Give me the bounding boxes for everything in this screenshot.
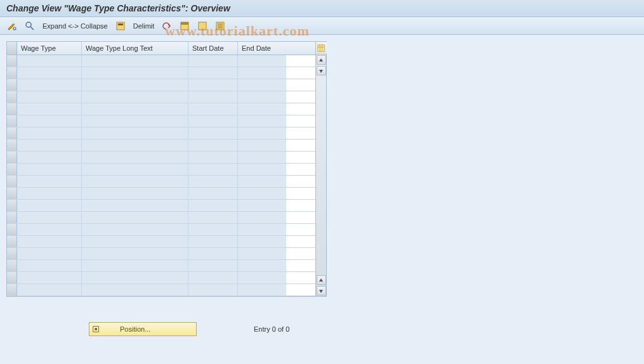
position-button[interactable]: Position... xyxy=(89,322,197,336)
cell-wage-type[interactable] xyxy=(17,164,82,175)
cell-start-date[interactable] xyxy=(188,115,238,127)
cell-start-date[interactable] xyxy=(188,188,238,199)
cell-start-date[interactable] xyxy=(188,79,238,91)
cell-wage-type-long-text[interactable] xyxy=(82,188,188,199)
cell-start-date[interactable] xyxy=(188,236,238,247)
cell-wage-type[interactable] xyxy=(17,79,82,91)
cell-wage-type[interactable] xyxy=(17,260,82,271)
cell-wage-type-long-text[interactable] xyxy=(82,260,188,271)
cell-wage-type-long-text[interactable] xyxy=(82,236,188,247)
configure-button[interactable] xyxy=(213,20,227,32)
scroll-up-button-2[interactable] xyxy=(317,275,326,285)
select-all-button[interactable] xyxy=(178,20,192,32)
row-selector[interactable] xyxy=(7,164,17,175)
cell-wage-type[interactable] xyxy=(17,127,82,139)
col-header-end-date[interactable]: End Date xyxy=(238,42,286,55)
cell-wage-type-long-text[interactable] xyxy=(82,248,188,259)
expand-collapse-button[interactable]: Expand <-> Collapse xyxy=(41,22,110,30)
col-header-start-date[interactable]: Start Date xyxy=(188,42,238,55)
cell-wage-type[interactable] xyxy=(17,284,82,296)
row-selector[interactable] xyxy=(7,140,17,151)
row-selector[interactable] xyxy=(7,176,17,187)
deselect-all-button[interactable] xyxy=(195,20,209,32)
cell-start-date[interactable] xyxy=(188,91,238,103)
row-selector[interactable] xyxy=(7,260,17,271)
cell-start-date[interactable] xyxy=(188,152,238,163)
row-selector[interactable] xyxy=(7,188,17,199)
cell-end-date[interactable] xyxy=(238,140,286,151)
cell-end-date[interactable] xyxy=(238,272,286,283)
cell-wage-type-long-text[interactable] xyxy=(82,152,188,163)
cell-end-date[interactable] xyxy=(238,200,286,211)
cell-start-date[interactable] xyxy=(188,284,238,296)
row-selector[interactable] xyxy=(7,55,17,67)
cell-end-date[interactable] xyxy=(238,67,286,79)
row-selector[interactable] xyxy=(7,127,17,139)
cell-start-date[interactable] xyxy=(188,260,238,271)
cell-wage-type[interactable] xyxy=(17,115,82,127)
scroll-down-button[interactable] xyxy=(317,66,326,75)
cell-wage-type[interactable] xyxy=(17,67,82,79)
row-selector[interactable] xyxy=(7,272,17,283)
row-selector[interactable] xyxy=(7,200,17,211)
cell-end-date[interactable] xyxy=(238,176,286,187)
undo-button[interactable] xyxy=(160,20,174,32)
row-selector[interactable] xyxy=(7,115,17,127)
cell-wage-type-long-text[interactable] xyxy=(82,272,188,283)
row-selector[interactable] xyxy=(7,212,17,223)
cell-end-date[interactable] xyxy=(238,248,286,259)
cell-wage-type[interactable] xyxy=(17,272,82,283)
cell-end-date[interactable] xyxy=(238,91,286,103)
cell-end-date[interactable] xyxy=(238,79,286,91)
scroll-up-button[interactable] xyxy=(317,55,326,65)
cell-wage-type[interactable] xyxy=(17,91,82,103)
cell-start-date[interactable] xyxy=(188,248,238,259)
cell-wage-type-long-text[interactable] xyxy=(82,212,188,223)
cell-end-date[interactable] xyxy=(238,103,286,115)
cell-end-date[interactable] xyxy=(238,55,286,67)
scroll-down-button-2[interactable] xyxy=(317,286,326,296)
col-header-wage-type-long-text[interactable]: Wage Type Long Text xyxy=(82,42,188,55)
cell-end-date[interactable] xyxy=(238,212,286,223)
cell-start-date[interactable] xyxy=(188,224,238,235)
cell-start-date[interactable] xyxy=(188,212,238,223)
change-display-button[interactable] xyxy=(5,20,19,32)
cell-wage-type-long-text[interactable] xyxy=(82,103,188,115)
cell-wage-type[interactable] xyxy=(17,140,82,151)
cell-end-date[interactable] xyxy=(238,127,286,139)
cell-wage-type[interactable] xyxy=(17,152,82,163)
cell-wage-type-long-text[interactable] xyxy=(82,91,188,103)
row-selector[interactable] xyxy=(7,224,17,235)
cell-end-date[interactable] xyxy=(238,260,286,271)
row-selector[interactable] xyxy=(7,79,17,91)
cell-end-date[interactable] xyxy=(238,115,286,127)
cell-start-date[interactable] xyxy=(188,200,238,211)
cell-wage-type-long-text[interactable] xyxy=(82,164,188,175)
row-selector-header[interactable] xyxy=(7,42,17,55)
row-selector[interactable] xyxy=(7,152,17,163)
cell-wage-type[interactable] xyxy=(17,200,82,211)
delimit-button[interactable]: Delimit xyxy=(131,22,157,30)
cell-wage-type[interactable] xyxy=(17,188,82,199)
cell-wage-type[interactable] xyxy=(17,103,82,115)
row-selector[interactable] xyxy=(7,91,17,103)
cell-wage-type-long-text[interactable] xyxy=(82,127,188,139)
cell-start-date[interactable] xyxy=(188,272,238,283)
cell-wage-type[interactable] xyxy=(17,212,82,223)
cell-wage-type[interactable] xyxy=(17,236,82,247)
cell-start-date[interactable] xyxy=(188,176,238,187)
row-selector[interactable] xyxy=(7,67,17,79)
cell-start-date[interactable] xyxy=(188,127,238,139)
cell-end-date[interactable] xyxy=(238,284,286,296)
cell-start-date[interactable] xyxy=(188,103,238,115)
details-button[interactable] xyxy=(23,20,37,32)
cell-wage-type[interactable] xyxy=(17,248,82,259)
table-settings-button[interactable] xyxy=(316,42,327,55)
cell-start-date[interactable] xyxy=(188,55,238,67)
cell-wage-type-long-text[interactable] xyxy=(82,200,188,211)
cell-end-date[interactable] xyxy=(238,164,286,175)
row-selector[interactable] xyxy=(7,236,17,247)
cell-end-date[interactable] xyxy=(238,152,286,163)
row-selector[interactable] xyxy=(7,248,17,259)
cell-start-date[interactable] xyxy=(188,140,238,151)
